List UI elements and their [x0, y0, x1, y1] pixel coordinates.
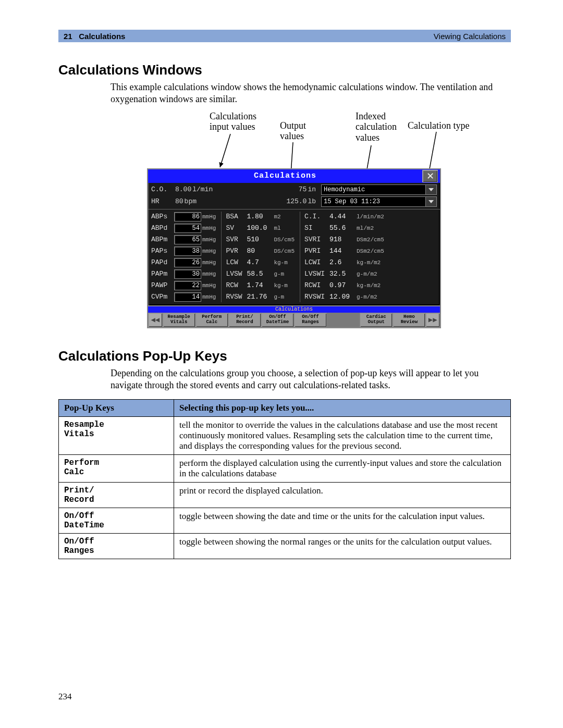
popup-key[interactable]: CardiacOutput: [360, 313, 393, 327]
output-label: BSA: [226, 213, 247, 220]
input-row: PAPs38mmHg: [151, 246, 216, 256]
height-value[interactable]: 75: [299, 186, 307, 193]
hr-label: HR: [151, 198, 174, 205]
input-value[interactable]: 14: [174, 292, 201, 302]
output-value: 58.5: [247, 270, 273, 278]
indexed-row: SI55.6ml/m2: [304, 223, 384, 233]
table-row: On/Off DateTimetoggle between showing th…: [59, 508, 511, 533]
indexed-row: LVSWI32.5g-m/m2: [304, 269, 384, 279]
input-values-column: ABPs86mmHgABPd54mmHgABPm65mmHgPAPs38mmHg…: [151, 212, 216, 302]
input-value[interactable]: 65: [174, 235, 201, 244]
indexed-label: C.I.: [304, 213, 329, 220]
input-value[interactable]: 54: [174, 224, 201, 233]
indexed-label: PVRI: [304, 247, 329, 255]
close-button[interactable]: ✕: [422, 170, 438, 182]
output-value: 1.74: [247, 281, 273, 289]
table-row: Resample Vitalstell the monitor to overr…: [59, 416, 511, 454]
input-value[interactable]: 86: [174, 212, 201, 221]
callout-calc-type: Calculation type: [408, 120, 469, 131]
output-unit: kg-m: [274, 260, 287, 266]
output-values-column: BSA1.80m2SV100.0mlSVR510DS/cm5PVR80DS/cm…: [221, 212, 295, 302]
output-row: LVSW58.5g-m: [226, 269, 295, 279]
section-heading-popup-keys: Calculations Pop-Up Keys: [58, 348, 511, 364]
popup-key-name: On/Off Ranges: [59, 533, 174, 559]
indexed-value: 144: [329, 247, 356, 255]
indexed-value: 2.6: [329, 258, 356, 266]
popup-key[interactable]: PerformCalc: [195, 313, 228, 327]
indexed-value: 918: [329, 236, 356, 243]
datetime-value: 15 Sep 03 11:23: [324, 198, 380, 205]
weight-value[interactable]: 125.0: [286, 198, 307, 205]
section1-para: This example calculations window shows t…: [58, 81, 511, 106]
table-head-keys: Pop-Up Keys: [59, 399, 174, 416]
popup-key[interactable]: ResampleVitals: [163, 313, 195, 327]
popup-key-desc: toggle between showing the normal ranges…: [174, 533, 511, 559]
height-unit: in: [308, 186, 316, 193]
output-row: RVSW21.76g-m: [226, 292, 295, 302]
output-unit: g-m: [274, 294, 284, 300]
output-row: PVR80DS/cm5: [226, 246, 295, 256]
popup-key[interactable]: On/OffDateTime: [261, 313, 294, 327]
input-label: PAPm: [151, 270, 174, 278]
indexed-value: 55.6: [329, 224, 356, 232]
popup-key[interactable]: On/OffRanges: [294, 313, 327, 327]
calc-type-value: Hemodynamic: [324, 186, 365, 193]
popup-bar-title: Calculations: [148, 306, 440, 313]
callout-labels: Calculations input values Output values …: [147, 111, 511, 168]
co-label: C.O.: [151, 186, 174, 193]
output-value: 1.80: [247, 213, 273, 220]
popup-key[interactable]: Print/Record: [228, 313, 261, 327]
output-unit: DS/cm5: [274, 248, 295, 254]
chapter-title: Calculations: [79, 32, 125, 41]
callout-indexed-values: Indexed calculation values: [356, 111, 397, 143]
input-unit: mmHg: [202, 294, 216, 300]
output-label: PVR: [226, 247, 247, 255]
co-value[interactable]: 8.00: [175, 186, 191, 193]
indexed-row: PVRI144DSm2/cm5: [304, 246, 384, 256]
indexed-unit: kg-m/m2: [357, 260, 381, 266]
output-row: SV100.0ml: [226, 223, 295, 233]
hr-value[interactable]: 80: [175, 198, 183, 205]
input-label: ABPd: [151, 224, 174, 232]
scroll-left-button[interactable]: ◀◀: [148, 313, 163, 327]
popup-key[interactable]: HemoReview: [393, 313, 425, 327]
datetime-dropdown[interactable]: 15 Sep 03 11:23: [321, 196, 437, 207]
calc-type-dropdown[interactable]: Hemodynamic: [321, 184, 437, 195]
popup-key-name: On/Off DateTime: [59, 508, 174, 533]
input-unit: mmHg: [202, 260, 216, 266]
indexed-unit: DSm2/cm5: [357, 237, 384, 243]
popup-key-bar: Calculations ◀◀ResampleVitalsPerformCalc…: [147, 306, 441, 328]
scroll-right-button[interactable]: ▶▶: [425, 313, 440, 327]
output-label: RVSW: [226, 293, 247, 301]
input-value[interactable]: 38: [174, 246, 201, 256]
svg-line-0: [220, 134, 230, 167]
output-row: BSA1.80m2: [226, 212, 295, 222]
indexed-row: LCWI2.6kg-m/m2: [304, 257, 384, 268]
output-row: RCW1.74kg-m: [226, 280, 295, 291]
indexed-value: 12.09: [329, 293, 356, 301]
output-value: 4.7: [247, 258, 273, 266]
input-label: CVPm: [151, 293, 174, 301]
input-unit: mmHg: [202, 214, 216, 220]
input-value[interactable]: 22: [174, 281, 201, 290]
output-row: LCW4.7kg-m: [226, 257, 295, 268]
input-value[interactable]: 30: [174, 269, 201, 279]
indexed-unit: g-m/m2: [357, 294, 377, 300]
input-value[interactable]: 26: [174, 258, 201, 267]
output-label: LCW: [226, 258, 247, 266]
output-value: 21.76: [247, 293, 273, 301]
input-unit: mmHg: [202, 237, 216, 243]
chapter-number: 21: [64, 32, 72, 41]
popup-key-desc: toggle between showing the date and time…: [174, 508, 511, 533]
input-row: PAPm30mmHg: [151, 269, 216, 279]
section-heading-calc-windows: Calculations Windows: [58, 62, 511, 78]
popup-key-name: Resample Vitals: [59, 416, 174, 454]
input-row: PAWP22mmHg: [151, 280, 216, 291]
input-unit: mmHg: [202, 248, 216, 254]
indexed-unit: g-m/m2: [357, 271, 377, 277]
output-value: 100.0: [247, 224, 273, 232]
input-row: PAPd26mmHg: [151, 257, 216, 268]
indexed-label: SI: [304, 224, 329, 232]
indexed-value: 32.5: [329, 270, 356, 278]
indexed-row: C.I.4.44l/min/m2: [304, 212, 384, 222]
